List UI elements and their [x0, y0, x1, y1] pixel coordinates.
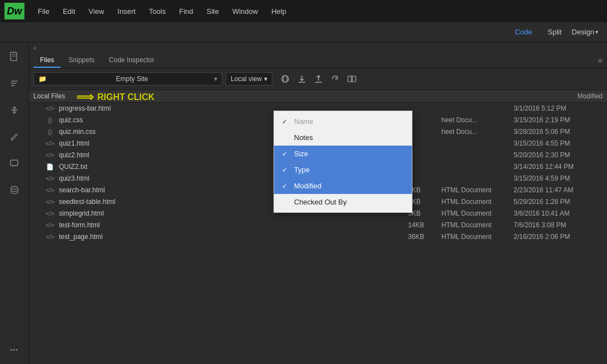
- context-menu-item-notes[interactable]: Notes: [274, 129, 412, 146]
- refresh-icon[interactable]: [328, 72, 342, 86]
- file-size: 4KB: [408, 186, 441, 194]
- local-files-label: Local Files: [33, 92, 65, 100]
- file-size: 9KB: [408, 198, 441, 206]
- panel-toolbar: 📁 Empty Site ▾ Local view ▾: [29, 68, 607, 90]
- tab-snippets[interactable]: Snippets: [62, 53, 101, 68]
- file-row[interactable]: </> test_page.html 36KB HTML Document 2/…: [29, 231, 607, 243]
- checkmark-icon: ✓: [282, 150, 287, 158]
- file-type: heet Docu...: [441, 128, 514, 136]
- more-dots: •••: [10, 346, 18, 353]
- svg-rect-11: [351, 76, 356, 82]
- file-type-icon: </>: [44, 233, 56, 241]
- file-modified: 7/6/2016 3:08 PM: [514, 221, 603, 229]
- design-view-dropdown[interactable]: Design ▾: [572, 28, 598, 36]
- svg-rect-10: [348, 76, 352, 82]
- design-view-label: Design: [572, 28, 594, 36]
- panel-menu-icon[interactable]: ≡: [598, 56, 603, 65]
- sidebar-pencil-icon[interactable]: [4, 127, 24, 147]
- file-modified: 3/1/2016 5:12 PM: [514, 104, 603, 112]
- file-type: HTML Document: [441, 210, 514, 217]
- menu-bar: Dw File Edit View Insert Tools Find Site…: [0, 0, 607, 22]
- file-modified: 3/28/2016 5:06 PM: [514, 128, 603, 136]
- context-menu-item-label: Size: [294, 149, 308, 158]
- site-name-label: Empty Site: [116, 75, 148, 83]
- panel-tabs: Files Snippets Code Inspector ≡: [29, 53, 607, 68]
- folder-icon: 📁: [38, 75, 47, 83]
- view-selector-label: Local view: [231, 75, 262, 83]
- file-modified: 2/23/2016 11:47 AM: [514, 186, 603, 194]
- main-layout: ••• « Files Snippets Code Inspector ≡ 📁 …: [0, 42, 607, 364]
- menu-site[interactable]: Site: [201, 5, 224, 18]
- tab-files[interactable]: Files: [33, 53, 61, 68]
- collapse-icon: «: [33, 44, 37, 51]
- context-menu-item-label: Notes: [294, 133, 313, 142]
- view-selector-chevron: ▾: [264, 75, 267, 83]
- menu-help[interactable]: Help: [266, 5, 292, 18]
- right-click-text: RIGHT CLICK: [97, 92, 155, 102]
- split-view-button[interactable]: Split: [542, 26, 567, 38]
- file-row[interactable]: </> test-form.html 14KB HTML Document 7/…: [29, 220, 607, 231]
- checkmark-icon: ✓: [282, 182, 287, 190]
- file-list: ✓NameNotes✓Size✓Type✓ModifiedChecked Out…: [29, 103, 607, 364]
- toolbar-icons: [278, 72, 359, 86]
- panel-collapse-button[interactable]: «: [29, 42, 607, 53]
- context-menu-item-type[interactable]: ✓Type: [274, 162, 412, 178]
- file-type-icon: 📄: [44, 163, 56, 171]
- connect-icon[interactable]: [278, 72, 292, 86]
- menu-window[interactable]: Window: [227, 5, 263, 18]
- file-list-header: Local Files ⟹ RIGHT CLICK Modified: [29, 90, 607, 103]
- menu-insert[interactable]: Insert: [112, 5, 141, 18]
- checkmark-icon: ✓: [282, 166, 287, 174]
- menu-find[interactable]: Find: [173, 5, 198, 18]
- files-panel: « Files Snippets Code Inspector ≡ 📁 Empt…: [29, 42, 607, 364]
- sidebar-move-icon[interactable]: [4, 100, 24, 120]
- sidebar-sort-icon[interactable]: [4, 73, 24, 93]
- context-menu-item-checked-out-by[interactable]: Checked Out By: [274, 194, 412, 210]
- view-selector-dropdown[interactable]: Local view ▾: [226, 72, 272, 86]
- modified-header-label: Modified: [578, 92, 603, 100]
- code-view-button[interactable]: Code: [509, 26, 538, 38]
- file-name: test_page.html: [59, 233, 408, 241]
- expand-icon[interactable]: [345, 72, 359, 86]
- file-modified: 3/6/2016 10:41 AM: [514, 210, 603, 217]
- file-type-icon: </>: [44, 139, 56, 147]
- file-type-icon: </>: [44, 198, 56, 206]
- file-type-icon: </>: [44, 186, 56, 194]
- file-type: HTML Document: [441, 233, 514, 241]
- context-menu-item-modified[interactable]: ✓Modified: [274, 178, 412, 194]
- file-type-icon: </>: [44, 151, 56, 159]
- svg-rect-6: [11, 160, 18, 166]
- sidebar-database-icon[interactable]: [4, 180, 24, 200]
- file-type-icon: </>: [44, 174, 56, 182]
- upload-icon[interactable]: [311, 72, 326, 86]
- context-menu-item-size[interactable]: ✓Size: [274, 146, 412, 162]
- svg-point-7: [11, 187, 18, 190]
- menu-file[interactable]: File: [32, 5, 55, 18]
- file-type-icon: </>: [44, 210, 56, 217]
- tab-code-inspector[interactable]: Code Inspector: [102, 53, 161, 68]
- context-menu-item-name[interactable]: ✓Name: [274, 113, 412, 129]
- file-type: HTML Document: [441, 221, 514, 229]
- menu-tools[interactable]: Tools: [143, 5, 171, 18]
- file-modified: 2/16/2016 2:06 PM: [514, 233, 603, 241]
- download-icon[interactable]: [295, 72, 309, 86]
- view-bar: Code Split Design ▾: [0, 22, 607, 42]
- sidebar-new-doc-icon[interactable]: [4, 47, 24, 67]
- file-modified: 5/29/2016 1:28 PM: [514, 198, 603, 206]
- file-type-icon: </>: [44, 104, 56, 112]
- file-size: 36KB: [408, 233, 441, 241]
- app-logo: Dw: [4, 3, 24, 19]
- design-dropdown-chevron: ▾: [595, 29, 598, 35]
- file-type: HTML Document: [441, 198, 514, 206]
- file-modified: 3/15/2016 4:59 PM: [514, 174, 603, 182]
- sidebar-chat-icon[interactable]: [4, 153, 24, 173]
- file-type: heet Docu...: [441, 116, 514, 124]
- sidebar-more-icon[interactable]: •••: [4, 340, 24, 360]
- left-sidebar: •••: [0, 42, 29, 364]
- menu-edit[interactable]: Edit: [57, 5, 81, 18]
- menu-view[interactable]: View: [83, 5, 110, 18]
- checkmark-icon: ✓: [282, 118, 287, 126]
- file-modified: 3/15/2016 2:19 PM: [514, 116, 603, 124]
- site-selector-dropdown[interactable]: 📁 Empty Site ▾: [33, 72, 222, 86]
- file-type-icon: </>: [44, 221, 56, 229]
